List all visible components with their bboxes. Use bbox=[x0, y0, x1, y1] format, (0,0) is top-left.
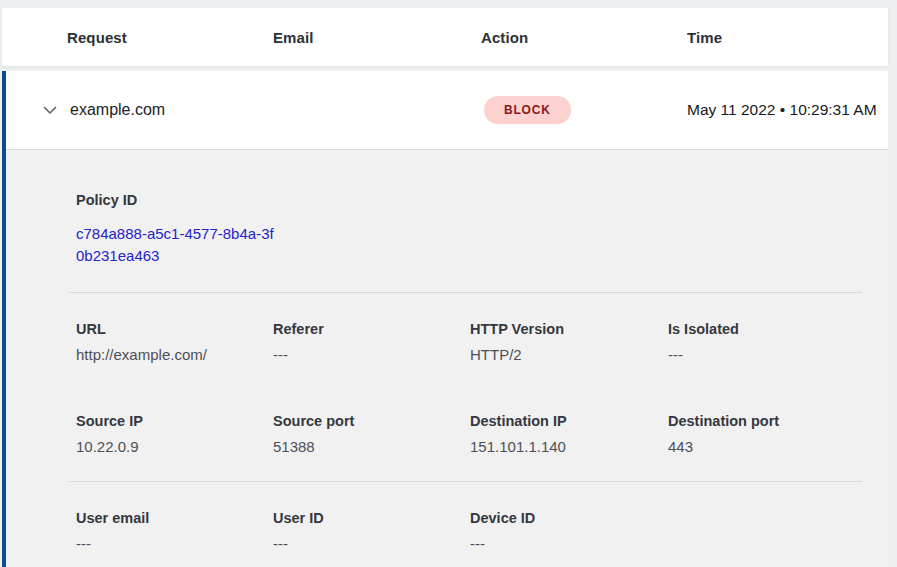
field-user-email: User email --- bbox=[76, 510, 273, 552]
field-label: Referer bbox=[273, 321, 470, 337]
field-value: HTTP/2 bbox=[470, 346, 668, 363]
policy-id-link[interactable]: c784a888-a5c1-4577-8b4a-3f0b231ea463 bbox=[76, 223, 281, 266]
table-header-row: Request Email Action Time bbox=[2, 8, 888, 66]
section-divider bbox=[69, 292, 862, 293]
field-source-ip: Source IP 10.22.0.9 bbox=[76, 413, 273, 455]
field-destination-port: Destination port 443 bbox=[668, 413, 862, 455]
field-label: Destination IP bbox=[470, 413, 668, 429]
field-label: URL bbox=[76, 321, 273, 337]
field-label: User email bbox=[76, 510, 273, 526]
field-value: --- bbox=[273, 535, 470, 552]
field-value: --- bbox=[273, 346, 470, 363]
detail-fields-row: Source IP 10.22.0.9 Source port 51388 De… bbox=[76, 413, 862, 455]
column-header-action: Action bbox=[481, 29, 687, 46]
section-divider bbox=[69, 481, 862, 482]
field-referer: Referer --- bbox=[273, 321, 470, 363]
expanded-row-group: example.com BLOCK May 11 2022 • 10:29:31… bbox=[2, 71, 888, 567]
detail-fields-row: URL http://example.com/ Referer --- HTTP… bbox=[76, 321, 862, 363]
field-value: --- bbox=[668, 346, 862, 363]
request-time: May 11 2022 • 10:29:31 AM bbox=[687, 98, 877, 122]
field-label: Device ID bbox=[470, 510, 668, 526]
table-row[interactable]: example.com BLOCK May 11 2022 • 10:29:31… bbox=[6, 71, 888, 150]
policy-id-label: Policy ID bbox=[76, 192, 862, 208]
field-value: 10.22.0.9 bbox=[76, 438, 273, 455]
request-domain: example.com bbox=[70, 101, 484, 119]
field-label: Source port bbox=[273, 413, 470, 429]
field-value: 51388 bbox=[273, 438, 470, 455]
request-detail-panel: Policy ID c784a888-a5c1-4577-8b4a-3f0b23… bbox=[6, 150, 888, 552]
field-http-version: HTTP Version HTTP/2 bbox=[470, 321, 668, 363]
field-value: --- bbox=[470, 535, 668, 552]
field-label: Source IP bbox=[76, 413, 273, 429]
field-user-id: User ID --- bbox=[273, 510, 470, 552]
action-block-badge: BLOCK bbox=[484, 96, 571, 124]
chevron-down-icon[interactable] bbox=[42, 102, 58, 118]
field-source-port: Source port 51388 bbox=[273, 413, 470, 455]
column-header-email: Email bbox=[273, 29, 481, 46]
column-header-request: Request bbox=[67, 29, 273, 46]
detail-fields-row: User email --- User ID --- Device ID --- bbox=[76, 510, 862, 552]
field-label: HTTP Version bbox=[470, 321, 668, 337]
field-label: Destination port bbox=[668, 413, 862, 429]
log-page: Request Email Action Time example.com BL… bbox=[0, 0, 897, 567]
field-destination-ip: Destination IP 151.101.1.140 bbox=[470, 413, 668, 455]
field-label: Is Isolated bbox=[668, 321, 862, 337]
column-header-time: Time bbox=[687, 29, 888, 46]
field-value: --- bbox=[76, 535, 273, 552]
field-url: URL http://example.com/ bbox=[76, 321, 273, 363]
field-label: User ID bbox=[273, 510, 470, 526]
field-value: 443 bbox=[668, 438, 862, 455]
field-value: http://example.com/ bbox=[76, 346, 273, 363]
field-device-id: Device ID --- bbox=[470, 510, 668, 552]
field-value: 151.101.1.140 bbox=[470, 438, 668, 455]
field-is-isolated: Is Isolated --- bbox=[668, 321, 862, 363]
field-empty bbox=[668, 510, 862, 552]
